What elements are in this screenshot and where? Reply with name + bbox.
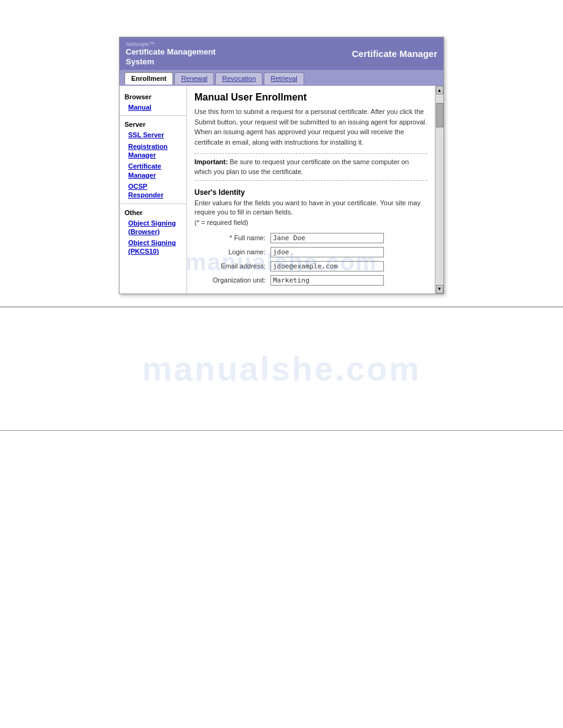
main-content: Manual User Enrollment Use this form to … — [187, 86, 435, 294]
full-name-input[interactable] — [270, 233, 384, 243]
tab-enrollment[interactable]: Enrollment — [124, 72, 173, 85]
bottom-section: manualshe.com — [0, 308, 563, 430]
full-name-cell — [268, 231, 427, 245]
sidebar-divider-2 — [120, 203, 186, 204]
browser-window: Netscape™ Certificate Management System … — [119, 37, 444, 294]
sidebar-ssl-server-link[interactable]: SSL Server — [120, 129, 186, 140]
org-unit-input[interactable] — [270, 275, 384, 286]
login-name-input[interactable] — [270, 247, 384, 257]
table-row: * Full name: — [194, 231, 427, 245]
section-subtitle: Enter values for the fields you want to … — [194, 199, 427, 218]
divider-line-3 — [0, 430, 563, 431]
table-row: Login name: — [194, 245, 427, 259]
table-row: Email address: — [194, 259, 427, 273]
content-with-scroll: Manual User Enrollment Use this form to … — [187, 86, 443, 294]
main-content-inner: Manual User Enrollment Use this form to … — [194, 92, 427, 287]
org-unit-cell — [268, 273, 427, 287]
header-title-block: Netscape™ Certificate Management System — [126, 41, 216, 66]
sidebar-browser-header: Browser — [120, 91, 186, 102]
page-title: Manual User Enrollment — [194, 92, 427, 103]
sidebar-object-signing-pkcs10-link[interactable]: Object Signing (PKCS10) — [120, 237, 186, 257]
important-label: Important: — [194, 158, 228, 165]
scroll-up-arrow[interactable]: ▲ — [436, 86, 443, 94]
bottom-watermark: manualshe.com — [142, 349, 421, 389]
tab-revocation[interactable]: Revocation — [215, 72, 262, 85]
system-title-line2: System — [126, 57, 216, 67]
sidebar-certificate-manager-link[interactable]: Certificate Manager — [120, 161, 186, 181]
scroll-down-arrow[interactable]: ▼ — [436, 285, 443, 294]
scrollbar: ▲ ▼ — [435, 86, 443, 294]
full-name-label: * Full name: — [194, 231, 268, 245]
important-box: Important: Be sure to request your certi… — [194, 153, 427, 181]
certificate-manager-title: Certificate Manager — [352, 48, 437, 59]
sidebar-manual-link[interactable]: Manual — [120, 102, 186, 113]
email-cell — [268, 259, 427, 273]
tab-renewal[interactable]: Renewal — [174, 72, 214, 85]
tab-bar: Enrollment Renewal Revocation Retrieval — [120, 70, 443, 85]
sidebar-registration-manager-link[interactable]: Registration Manager — [120, 141, 186, 161]
sidebar-object-signing-browser-link[interactable]: Object Signing (Browser) — [120, 218, 186, 238]
netscape-label: Netscape™ — [126, 41, 216, 47]
required-note: (* = required field) — [194, 219, 427, 226]
email-label: Email address: — [194, 259, 268, 273]
sidebar: Browser Manual Server SSL Server Registr… — [120, 86, 187, 294]
tab-retrieval[interactable]: Retrieval — [264, 72, 304, 85]
table-row: Organization unit: — [194, 273, 427, 287]
header-bar: Netscape™ Certificate Management System … — [120, 37, 443, 70]
scrollbar-thumb[interactable] — [436, 103, 443, 127]
login-name-cell — [268, 245, 427, 259]
sidebar-ocsp-responder-link[interactable]: OCSP Responder — [120, 181, 186, 201]
users-identity-title: User's Identity — [194, 188, 427, 197]
login-name-label: Login name: — [194, 245, 268, 259]
email-input[interactable] — [270, 261, 384, 271]
sidebar-other-header: Other — [120, 207, 186, 218]
form-table: * Full name: Login name: — [194, 231, 427, 287]
content-area: Browser Manual Server SSL Server Registr… — [120, 85, 443, 294]
sidebar-divider-1 — [120, 115, 186, 116]
description-text: Use this form to submit a request for a … — [194, 107, 427, 147]
system-title-line1: Certificate Management — [126, 47, 216, 57]
org-unit-label: Organization unit: — [194, 273, 268, 287]
sidebar-server-header: Server — [120, 118, 186, 129]
